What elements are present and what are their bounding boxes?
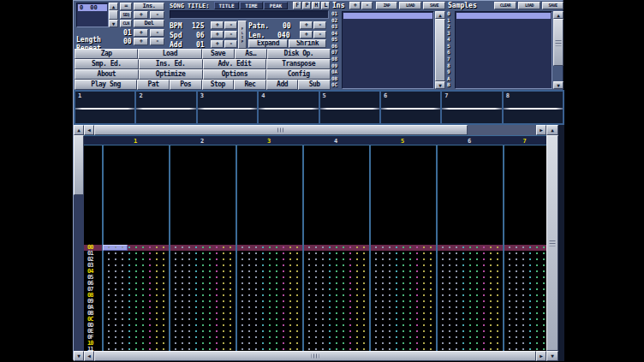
pattern-cell[interactable]	[504, 245, 546, 251]
h-scroll-thumb[interactable]	[94, 125, 468, 135]
order-clone-button[interactable]: CLN	[120, 20, 132, 27]
pattern-cell[interactable]	[237, 269, 304, 275]
pattern-cell[interactable]	[304, 305, 371, 311]
pattern-cell[interactable]	[170, 347, 237, 351]
pattern-cell[interactable]	[170, 341, 237, 347]
instrument-selected-row[interactable]	[343, 13, 432, 19]
pattern-cell[interactable]	[237, 299, 304, 305]
order-list[interactable]: 0 00	[76, 3, 109, 27]
order-list-scrollbar[interactable]: ▲ ▼	[109, 3, 118, 27]
pattern-cell[interactable]	[371, 305, 438, 311]
pattern-bottom-scrollbar[interactable]: ▼ ◀ ▶ ▼	[74, 351, 564, 361]
instrument-save-button[interactable]: SAVE	[423, 2, 445, 9]
menu-button-ins-ed-[interactable]: Ins. Ed.	[139, 59, 203, 69]
menu-button-options[interactable]: Options	[203, 69, 267, 80]
scroll-right-icon[interactable]: ▶	[536, 125, 546, 135]
pattern-cell[interactable]	[104, 311, 170, 317]
pattern-cell[interactable]	[438, 281, 504, 287]
pattern-cell[interactable]	[104, 329, 170, 335]
pattern-cell[interactable]	[438, 329, 504, 335]
pattern-cell[interactable]	[237, 281, 304, 287]
pattern-cell[interactable]	[237, 317, 304, 323]
pattern-plus-button[interactable]: +	[300, 21, 313, 29]
pattern-cell[interactable]	[304, 245, 371, 251]
pattern-cell[interactable]	[438, 323, 504, 329]
pattern-cell[interactable]	[304, 335, 371, 341]
pattern-cell[interactable]	[237, 263, 304, 269]
sample-scrollbar[interactable]: ▲ ▼	[553, 11, 564, 89]
flag-p-button[interactable]: P	[302, 2, 311, 9]
menu-button-sub[interactable]: Sub	[298, 80, 331, 90]
pattern-cell[interactable]	[104, 335, 170, 341]
pattern-cell[interactable]	[104, 287, 170, 293]
sample-clear-button[interactable]: CLEAR	[494, 2, 516, 9]
instrument-scroll-thumb[interactable]	[435, 19, 445, 81]
order-insert-button[interactable]: Ins.	[134, 3, 164, 10]
pattern-minus-button[interactable]: -	[313, 21, 326, 29]
pattern-cell[interactable]	[504, 287, 546, 293]
pattern-cell[interactable]	[438, 311, 504, 317]
pattern-channel-header[interactable]: 1	[102, 136, 169, 145]
pattern-cell[interactable]	[104, 251, 170, 257]
channel-scope[interactable]: 3	[198, 92, 257, 123]
pattern-cell[interactable]	[438, 263, 504, 269]
menu-button-stop[interactable]: Stop	[202, 80, 235, 90]
pattern-cell[interactable]	[304, 299, 371, 305]
pattern-cell[interactable]	[237, 335, 304, 341]
pattern-cell[interactable]	[438, 335, 504, 341]
pattern-cell[interactable]	[504, 299, 546, 305]
pattern-cell[interactable]	[237, 293, 304, 299]
pattern-cell[interactable]	[237, 329, 304, 335]
pattern-left-scrollbar[interactable]	[74, 135, 84, 351]
scroll-up-icon[interactable]: ▲	[74, 125, 84, 135]
h-scroll-thumb[interactable]	[94, 351, 536, 361]
menu-button-as-[interactable]: As…	[235, 49, 267, 59]
menu-button-adv-edit[interactable]: Adv. Edit	[203, 59, 267, 69]
pattern-cell[interactable]	[371, 293, 438, 299]
bpm-minus-button[interactable]: -	[224, 21, 237, 29]
length-plus-button[interactable]: +	[134, 29, 148, 37]
pattern-cell[interactable]	[237, 341, 304, 347]
channel-scope[interactable]: 1	[75, 92, 134, 123]
pattern-cell[interactable]	[371, 311, 438, 317]
pattern-cell[interactable]	[371, 347, 438, 351]
flag-l-button[interactable]: L	[321, 2, 330, 9]
speed-minus-button[interactable]: -	[224, 31, 237, 39]
repeat-minus-button[interactable]: -	[150, 38, 164, 45]
pattern-cell[interactable]	[304, 263, 371, 269]
pattern-cell[interactable]	[237, 323, 304, 329]
pattern-cell[interactable]	[371, 299, 438, 305]
scroll-up-icon[interactable]: ▲	[546, 125, 558, 135]
pattern-cell[interactable]	[104, 347, 170, 351]
pattern-cell[interactable]	[504, 293, 546, 299]
v-scroll-thumb[interactable]	[546, 135, 558, 351]
pattern-cell[interactable]	[104, 323, 170, 329]
pattern-length-plus-button[interactable]: +	[300, 31, 313, 39]
pattern-cell[interactable]	[504, 317, 546, 323]
pattern-cell[interactable]	[304, 281, 371, 287]
pattern-cell[interactable]	[304, 293, 371, 299]
pattern-cell[interactable]	[438, 305, 504, 311]
pattern-cell[interactable]	[170, 323, 237, 329]
pattern-cell[interactable]	[304, 311, 371, 317]
menu-button-add[interactable]: Add	[266, 80, 299, 90]
pattern-cell[interactable]	[504, 329, 546, 335]
pattern-cell[interactable]	[170, 281, 237, 287]
menu-button-pos[interactable]: Pos	[170, 80, 202, 90]
pattern-cell[interactable]	[170, 251, 237, 257]
instrument-zap-button[interactable]: ZAP	[376, 2, 397, 9]
scroll-up-icon[interactable]: ▲	[435, 11, 445, 19]
pattern-cell[interactable]	[504, 335, 546, 341]
pattern-channel-header[interactable]: 4	[302, 136, 369, 145]
pattern-cell[interactable]	[304, 329, 371, 335]
shrink-button[interactable]: Shrink	[289, 39, 326, 48]
pattern-cell[interactable]	[104, 293, 170, 299]
pattern-cell[interactable]	[438, 347, 504, 351]
pattern-cell[interactable]	[170, 335, 237, 341]
pattern-cell[interactable]	[104, 317, 170, 323]
length-minus-button[interactable]: -	[150, 29, 164, 37]
pattern-cell[interactable]	[438, 275, 504, 281]
menu-button-config[interactable]: Config	[266, 69, 331, 80]
pattern-length-minus-button[interactable]: -	[313, 31, 326, 39]
pattern-cell[interactable]	[170, 275, 237, 281]
